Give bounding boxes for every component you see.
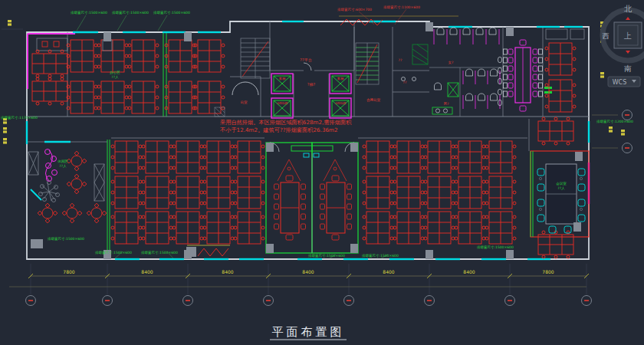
vent-label: 排烟窗尺寸:1200×600 [596, 120, 633, 124]
room-label-fire-lift-left: 消防电梯 [277, 101, 288, 105]
room-top-left-office [32, 38, 67, 105]
zone-label-office-top-2: ??人 [111, 75, 119, 79]
vent-label: 排烟窗尺寸:1500×600 [47, 237, 84, 242]
room-label-small-b: ?? [403, 80, 407, 84]
dim-span: 8400 [222, 269, 233, 274]
dimension-lines: 7800 8400 8400 8400 8400 8400 7800 [9, 269, 589, 287]
dim-span: 8400 [302, 269, 314, 274]
room-label-rest-platform: ??平台 [300, 58, 311, 62]
vent-label: 排烟窗尺寸:600×700 [337, 8, 372, 12]
autocad-viewport[interactable]: 7800 8400 8400 8400 8400 8400 7800 [0, 0, 644, 345]
dim-span: 8400 [383, 269, 394, 274]
viewcube-north-label[interactable]: 北 [624, 5, 632, 13]
room-label-mens-wc: 男? [444, 102, 450, 106]
sheet-title-text: 平面布置图 [272, 325, 345, 339]
room-conference-magenta [504, 40, 553, 111]
room-label-elevator-hall: ?梯? [307, 82, 316, 87]
vent-label: 排烟窗尺寸:1500×600 [94, 251, 132, 255]
zone-lounge [28, 150, 107, 249]
zone-bottom-right-office [363, 141, 516, 244]
grid-lines [2, 29, 586, 294]
zone-label-office-top-1: 办公区 [110, 70, 120, 74]
viewcube-orbit-up-arrow[interactable] [626, 17, 630, 20]
view-cube[interactable]: 上 北 南 西 [603, 5, 644, 73]
vent-label: 排烟窗尺寸:1500×600 [153, 11, 190, 15]
sheet-title: 平面布置图 [270, 325, 347, 340]
zone-label-meeting-2: ??人 [557, 186, 565, 190]
viewcube-west-label[interactable]: 西 [603, 32, 610, 40]
room-label-lift-right: 客梯 [337, 77, 343, 80]
smoke-note-line1: 采用自然排烟。本区排烟区域面积628m2,需排烟面积 [220, 119, 352, 126]
smoke-extraction-note: 采用自然排烟。本区排烟区域面积628m2,需排烟面积 不小于12.4m2。建筑可… [220, 119, 352, 133]
vent-label: 排烟窗尺寸:1500×600 [307, 254, 345, 258]
wcs-label: WCS [613, 79, 627, 86]
zone-label-lounge-1: 休闲区 [57, 159, 68, 164]
vent-label: 排烟窗尺寸:1500×600 [111, 11, 149, 15]
zone-top-open-office [67, 40, 225, 113]
vent-label: 排烟窗尺寸:1500×600 [476, 245, 514, 250]
wcs-dropdown[interactable]: WCS [608, 77, 640, 87]
conference-rooms [266, 143, 358, 253]
room-label-lift-left: 客梯 [279, 77, 285, 80]
room-label-vestibule: 前室 [241, 100, 248, 104]
toilets [429, 28, 503, 117]
viewcube-top-face-label[interactable]: 上 [623, 31, 632, 40]
dim-span: 8400 [141, 269, 153, 274]
room-label-fire-lift-right: 消防电梯 [335, 101, 347, 105]
service-elements [186, 16, 458, 257]
room-label-shared-vestibule: 合用前室 [366, 98, 381, 102]
zone-bottom-left-office [111, 141, 264, 244]
smoke-note-line2: 不小于12.4m2。建筑可??排烟窗面积26.36m2 [220, 127, 338, 133]
room-label-small-a: ?? [399, 58, 402, 62]
dim-span: 8400 [463, 269, 475, 274]
dim-span: 7800 [542, 269, 554, 274]
room-label-womens-wc: 女? [449, 61, 455, 64]
viewcube-south-label[interactable]: 南 [624, 64, 632, 73]
viewcube-orbit-down-arrow[interactable] [626, 51, 630, 54]
room-top-right-office [545, 29, 584, 112]
vent-label: 排烟窗尺寸:1500×600 [70, 11, 107, 15]
vent-label: 排烟窗尺寸:1500×600 [361, 254, 399, 258]
dim-span: 7800 [63, 269, 74, 274]
cad-canvas[interactable]: 7800 8400 8400 8400 8400 8400 7800 [0, 0, 644, 345]
zone-label-lounge-2: ??人 [59, 164, 67, 168]
vent-label: 排烟窗尺寸:1500×600 [140, 251, 178, 255]
room-meeting-teal [531, 151, 589, 237]
zone-label-meeting-1: 会议室 [556, 182, 567, 186]
vent-label: 排烟窗尺寸:1100×600 [383, 5, 420, 10]
plant [39, 181, 60, 202]
